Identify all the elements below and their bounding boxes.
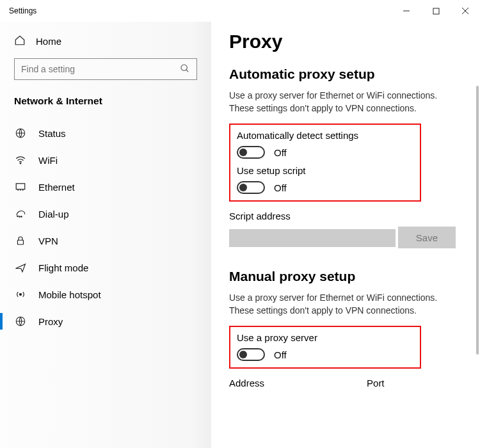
- svg-point-8: [20, 163, 21, 164]
- sidebar-item-label: Status: [38, 128, 66, 139]
- use-proxy-toggle[interactable]: [237, 348, 265, 361]
- sidebar-item-proxy[interactable]: Proxy: [0, 308, 211, 335]
- sidebar-item-flightmode[interactable]: Flight mode: [0, 254, 211, 281]
- titlebar: Settings: [0, 0, 480, 22]
- window-controls: [392, 0, 480, 22]
- sidebar-item-label: Flight mode: [38, 262, 88, 273]
- maximize-button[interactable]: [421, 0, 451, 22]
- use-script-state: Off: [274, 182, 287, 193]
- status-icon: [14, 127, 27, 139]
- hotspot-icon: [14, 289, 27, 300]
- svg-point-13: [17, 216, 19, 217]
- script-address-input[interactable]: [229, 229, 396, 247]
- svg-rect-9: [16, 184, 25, 189]
- auto-heading: Automatic proxy setup: [229, 67, 463, 82]
- page-title: Proxy: [229, 31, 463, 52]
- home-icon: [14, 35, 26, 48]
- svg-rect-1: [433, 8, 439, 14]
- sidebar-item-label: Ethernet: [38, 182, 75, 193]
- sidebar-nav: Status WiFi Ethernet Dial-up: [0, 120, 211, 335]
- svg-rect-16: [18, 240, 24, 244]
- svg-point-17: [20, 294, 22, 296]
- sidebar-item-vpn[interactable]: VPN: [0, 227, 211, 254]
- auto-detect-toggle[interactable]: [237, 146, 265, 159]
- sidebar-item-label: WiFi: [38, 155, 58, 166]
- sidebar-home-label: Home: [36, 36, 61, 47]
- save-button[interactable]: Save: [398, 227, 456, 248]
- auto-desc: Use a proxy server for Ethernet or WiFi …: [229, 90, 453, 115]
- sidebar-home[interactable]: Home: [0, 28, 211, 58]
- svg-point-15: [21, 216, 22, 218]
- vertical-scrollbar[interactable]: [476, 86, 479, 355]
- close-button[interactable]: [451, 0, 480, 22]
- sidebar-section-title: Network & Internet: [0, 92, 211, 116]
- dialup-icon: [14, 208, 27, 220]
- use-proxy-label: Use a proxy server: [237, 332, 413, 343]
- content-pane: Proxy Automatic proxy setup Use a proxy …: [211, 22, 480, 448]
- auto-highlight-box: Automatically detect settings Off Use se…: [229, 124, 421, 202]
- wifi-icon: [14, 154, 27, 166]
- sidebar-item-dialup[interactable]: Dial-up: [0, 200, 211, 227]
- sidebar-item-label: Mobile hotspot: [38, 289, 101, 300]
- svg-point-4: [181, 65, 187, 70]
- search-box[interactable]: [14, 58, 197, 80]
- sidebar-item-hotspot[interactable]: Mobile hotspot: [0, 281, 211, 308]
- globe-icon: [14, 316, 27, 327]
- minimize-button[interactable]: [392, 0, 421, 22]
- sidebar-item-wifi[interactable]: WiFi: [0, 147, 211, 173]
- sidebar-item-ethernet[interactable]: Ethernet: [0, 173, 211, 200]
- svg-point-14: [19, 216, 20, 218]
- address-label: Address: [229, 378, 264, 388]
- sidebar-item-label: VPN: [38, 236, 58, 246]
- manual-desc: Use a proxy server for Ethernet or WiFi …: [229, 292, 453, 317]
- vpn-icon: [14, 235, 27, 246]
- ethernet-icon: [14, 181, 27, 193]
- use-script-label: Use setup script: [237, 165, 413, 176]
- use-script-toggle[interactable]: [237, 181, 265, 194]
- auto-detect-label: Automatically detect settings: [237, 130, 413, 141]
- use-proxy-state: Off: [274, 349, 287, 360]
- search-input[interactable]: [21, 64, 180, 74]
- search-icon: [180, 63, 190, 76]
- sidebar-item-status[interactable]: Status: [0, 120, 211, 147]
- manual-highlight-box: Use a proxy server Off: [229, 326, 421, 369]
- sidebar: Home Network & Internet Status WiFi: [0, 22, 211, 448]
- sidebar-item-label: Dial-up: [38, 209, 69, 220]
- svg-line-5: [186, 70, 188, 72]
- port-label: Port: [367, 378, 385, 388]
- script-address-label: Script address: [229, 211, 463, 221]
- sidebar-item-label: Proxy: [38, 316, 63, 327]
- manual-heading: Manual proxy setup: [229, 269, 463, 284]
- airplane-icon: [14, 262, 27, 273]
- window-title: Settings: [9, 6, 36, 15]
- auto-detect-state: Off: [274, 147, 287, 158]
